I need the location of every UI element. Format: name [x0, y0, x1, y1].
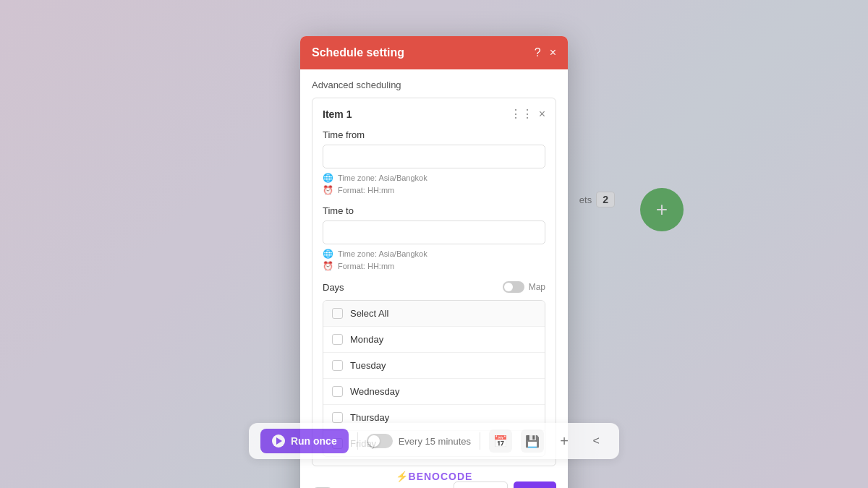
calendar-icon-btn[interactable]: 📅: [489, 429, 512, 453]
day-wednesday-label: Wednesday: [350, 386, 399, 397]
map-toggle[interactable]: Map: [503, 281, 545, 293]
time-from-label: Time from: [323, 129, 545, 140]
day-tuesday-label: Tuesday: [350, 360, 386, 371]
play-icon: [272, 435, 285, 448]
globe-icon: 🌐: [323, 173, 333, 183]
days-header: Days Map: [323, 281, 545, 293]
schedule-toggle-area: Every 15 minutes: [367, 434, 471, 448]
day-wednesday[interactable]: Wednesday: [323, 379, 545, 405]
day-monday[interactable]: Monday: [323, 327, 545, 353]
item-card-header: Item 1 ⋮⋮ ×: [323, 107, 545, 121]
modal-title: Schedule setting: [312, 46, 404, 59]
map-toggle-knob: [504, 283, 513, 291]
time-to-timezone-text: Time zone: Asia/Bangkok: [338, 249, 427, 258]
time-to-label: Time to: [323, 205, 545, 216]
toolbar-divider-2: [480, 432, 480, 450]
day-monday-label: Monday: [350, 334, 383, 345]
map-label: Map: [529, 282, 545, 292]
branding: ⚡BENOCODE: [396, 471, 473, 482]
plus-button[interactable]: +: [553, 429, 576, 453]
time-to-format-hint: ⏰ Format: HH:mm: [323, 261, 545, 271]
run-once-button[interactable]: Run once: [260, 429, 349, 453]
schedule-toggle[interactable]: [367, 434, 393, 448]
checkbox-wednesday[interactable]: [332, 386, 343, 397]
time-from-timezone-hint: 🌐 Time zone: Asia/Bangkok: [323, 173, 545, 183]
time-from-input[interactable]: [323, 145, 545, 168]
play-triangle: [276, 437, 282, 445]
schedule-toggle-knob: [368, 435, 380, 447]
schedule-label: Every 15 minutes: [399, 436, 471, 447]
cancel-button[interactable]: Cancel: [454, 481, 507, 488]
time-to-input[interactable]: [323, 221, 545, 244]
toolbar-inner: Run once Every 15 minutes 📅 💾 + <: [249, 423, 619, 459]
day-thursday-label: Thursday: [350, 412, 389, 423]
time-from-format-text: Format: HH:mm: [338, 186, 394, 194]
time-from-format-hint: ⏰ Format: HH:mm: [323, 185, 545, 195]
day-tuesday[interactable]: Tuesday: [323, 353, 545, 379]
time-to-format-text: Format: HH:mm: [338, 262, 394, 270]
item-title: Item 1: [323, 108, 352, 120]
footer-buttons: Cancel OK: [454, 481, 556, 488]
map-toggle-switch[interactable]: [503, 281, 524, 293]
item-close-icon[interactable]: ×: [539, 108, 545, 121]
modal-body: Advanced scheduling Item 1 ⋮⋮ × Time fro…: [300, 69, 568, 474]
ok-button[interactable]: OK: [514, 481, 557, 488]
chevron-left-button[interactable]: <: [584, 429, 608, 453]
time-to-timezone-hint: 🌐 Time zone: Asia/Bangkok: [323, 249, 545, 259]
section-label: Advanced scheduling: [312, 80, 556, 90]
item-card: Item 1 ⋮⋮ × Time from 🌐 Time zone: Asia/…: [312, 98, 556, 466]
days-label: Days: [323, 282, 344, 293]
clock-icon-hint: ⏰: [323, 185, 333, 195]
day-select-all-label: Select All: [350, 308, 388, 319]
day-select-all[interactable]: Select All: [323, 301, 545, 327]
globe-icon-2: 🌐: [323, 249, 333, 259]
run-once-label: Run once: [291, 435, 337, 447]
clock-icon-hint-2: ⏰: [323, 261, 333, 271]
item-actions: ⋮⋮ ×: [510, 107, 545, 121]
bottom-toolbar: Run once Every 15 minutes 📅 💾 + <: [0, 423, 868, 459]
modal-header-actions: ? ×: [535, 47, 556, 59]
checkbox-tuesday[interactable]: [332, 360, 343, 371]
toolbar-divider-1: [357, 432, 358, 450]
modal-header: Schedule setting ? ×: [300, 36, 568, 69]
time-from-timezone-text: Time zone: Asia/Bangkok: [338, 174, 427, 182]
checkbox-select-all[interactable]: [332, 308, 343, 319]
checkbox-monday[interactable]: [332, 334, 343, 345]
drag-icon[interactable]: ⋮⋮: [510, 107, 533, 121]
checkbox-thursday[interactable]: [332, 412, 343, 423]
save-icon-btn[interactable]: 💾: [521, 429, 544, 453]
help-button[interactable]: ?: [535, 47, 541, 59]
time-from-group: Time from 🌐 Time zone: Asia/Bangkok ⏰ Fo…: [323, 129, 545, 195]
schedule-modal: Schedule setting ? × Advanced scheduling…: [300, 36, 568, 488]
time-to-group: Time to 🌐 Time zone: Asia/Bangkok ⏰ Form…: [323, 205, 545, 271]
close-button[interactable]: ×: [550, 47, 556, 59]
